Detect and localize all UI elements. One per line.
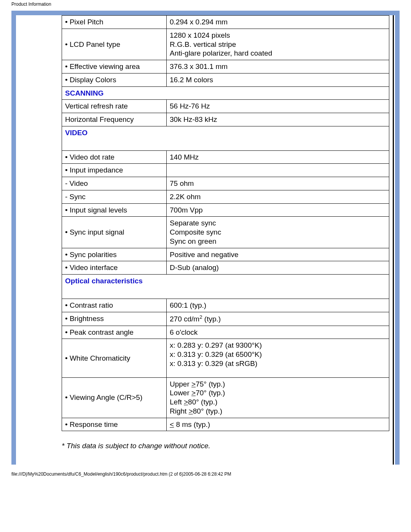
brightness-text-pre: 270 cd/m — [170, 315, 199, 323]
cell-value: 75 ohm — [167, 177, 389, 190]
cell-value: Upper >75° (typ.) Lower >70° (typ.) Left… — [167, 377, 389, 418]
cell-value: 376.3 x 301.1 mm — [167, 60, 389, 73]
table-row: • White Chromaticity x: 0.283 y: 0.297 (… — [62, 339, 389, 377]
footnote-text: * This data is subject to change without… — [62, 431, 389, 450]
table-row: • Sync input signal Separate sync Compos… — [62, 217, 389, 248]
cell-value: 6 o'clock — [167, 326, 389, 339]
cell-value: 16.2 M colors — [167, 73, 389, 86]
response-post: 8 ms (typ.) — [174, 420, 210, 428]
cell-label: Vertical refresh rate — [62, 100, 167, 113]
cell-value: 2.2K ohm — [167, 190, 389, 203]
va-upper-sym: > — [191, 380, 196, 388]
cell-value — [167, 164, 389, 177]
cell-value: Positive and negative — [167, 248, 389, 261]
cell-label: • Sync input signal — [62, 217, 167, 248]
page-frame: • Pixel Pitch 0.294 x 0.294 mm • LCD Pan… — [11, 11, 400, 465]
cell-label: • Brightness — [62, 312, 167, 326]
va-lower-pre: Lower — [170, 389, 191, 397]
cell-value: 700m Vpp — [167, 203, 389, 217]
cell-label: - Sync — [62, 190, 167, 203]
table-row: Horizontal Frequency 30k Hz-83 kHz — [62, 113, 389, 126]
cell-label: • Pixel Pitch — [62, 16, 167, 29]
table-row: • Video interface D-Sub (analog) — [62, 261, 389, 275]
table-row: • Response time < 8 ms (typ.) — [62, 418, 389, 431]
va-right-sym: > — [189, 407, 193, 415]
va-right-post: 80° (typ.) — [193, 407, 222, 415]
cell-value: 30k Hz-83 kHz — [167, 113, 389, 126]
table-row: • Sync polarities Positive and negative — [62, 248, 389, 261]
va-left-sym: > — [184, 398, 188, 406]
table-row: • LCD Panel type 1280 x 1024 pixels R.G.… — [62, 29, 389, 60]
cell-label: • Video interface — [62, 261, 167, 275]
va-upper-pre: Upper — [170, 380, 191, 388]
section-row: VIDEO — [62, 126, 389, 150]
va-lower-sym: > — [191, 389, 196, 397]
table-row: • Brightness 270 cd/m2 (typ.) — [62, 312, 389, 326]
cell-label: • Sync polarities — [62, 248, 167, 261]
cell-value: 140 MHz — [167, 150, 389, 164]
section-header-scanning: SCANNING — [62, 86, 389, 100]
va-upper-post: 75° (typ.) — [196, 380, 225, 388]
page-footer-path: file:///D|/My%20Documents/dfu/C6_Model/e… — [0, 465, 411, 480]
cell-value: 600:1 (typ.) — [167, 299, 389, 312]
table-row: • Viewing Angle (C/R>5) Upper >75° (typ.… — [62, 377, 389, 418]
table-row: • Input impedance — [62, 164, 389, 177]
spec-table: • Pixel Pitch 0.294 x 0.294 mm • LCD Pan… — [62, 15, 389, 431]
cell-label: • LCD Panel type — [62, 29, 167, 60]
cell-value: < 8 ms (typ.) — [167, 418, 389, 431]
cell-label: • Video dot rate — [62, 150, 167, 164]
cell-label: • Effective viewing area — [62, 60, 167, 73]
table-row: • Contrast ratio 600:1 (typ.) — [62, 299, 389, 312]
va-left-post: 80° (typ.) — [188, 398, 217, 406]
cell-label: Horizontal Frequency — [62, 113, 167, 126]
table-row: • Pixel Pitch 0.294 x 0.294 mm — [62, 16, 389, 29]
cell-label: • Viewing Angle (C/R>5) — [62, 377, 167, 418]
cell-value: Separate sync Composite sync Sync on gre… — [167, 217, 389, 248]
section-header-optical: Optical characteristics — [62, 275, 389, 299]
table-row: - Video 75 ohm — [62, 177, 389, 190]
cell-label: • Input signal levels — [62, 203, 167, 217]
brightness-text-post: (typ.) — [202, 315, 221, 323]
section-row: SCANNING — [62, 86, 389, 100]
cell-label: • Peak contrast angle — [62, 326, 167, 339]
cell-value: D-Sub (analog) — [167, 261, 389, 275]
brightness-sup: 2 — [199, 314, 202, 320]
va-left-pre: Left — [170, 398, 184, 406]
scrollbar-indicator[interactable] — [393, 15, 394, 465]
cell-value: 0.294 x 0.294 mm — [167, 16, 389, 29]
cell-value: x: 0.283 y: 0.297 (at 9300°K) x: 0.313 y… — [167, 339, 389, 377]
table-row: • Effective viewing area 376.3 x 301.1 m… — [62, 60, 389, 73]
table-row: Vertical refresh rate 56 Hz-76 Hz — [62, 100, 389, 113]
table-row: • Display Colors 16.2 M colors — [62, 73, 389, 86]
va-right-pre: Right — [170, 407, 189, 415]
table-row: • Peak contrast angle 6 o'clock — [62, 326, 389, 339]
section-row: Optical characteristics — [62, 275, 389, 299]
cell-value: 56 Hz-76 Hz — [167, 100, 389, 113]
cell-label: - Video — [62, 177, 167, 190]
table-row: - Sync 2.2K ohm — [62, 190, 389, 203]
cell-value: 270 cd/m2 (typ.) — [167, 312, 389, 326]
va-lower-post: 70° (typ.) — [196, 389, 225, 397]
cell-label: • Display Colors — [62, 73, 167, 86]
cell-value: 1280 x 1024 pixels R.G.B. vertical strip… — [167, 29, 389, 60]
content-area: • Pixel Pitch 0.294 x 0.294 mm • LCD Pan… — [16, 15, 395, 465]
table-row: • Video dot rate 140 MHz — [62, 150, 389, 164]
page-header: Product Information — [0, 0, 411, 8]
table-row: • Input signal levels 700m Vpp — [62, 203, 389, 217]
cell-label: • Contrast ratio — [62, 299, 167, 312]
response-sym: < — [170, 420, 174, 428]
cell-label: • Input impedance — [62, 164, 167, 177]
section-header-video: VIDEO — [62, 126, 389, 150]
cell-label: • White Chromaticity — [62, 339, 167, 377]
cell-label: • Response time — [62, 418, 167, 431]
